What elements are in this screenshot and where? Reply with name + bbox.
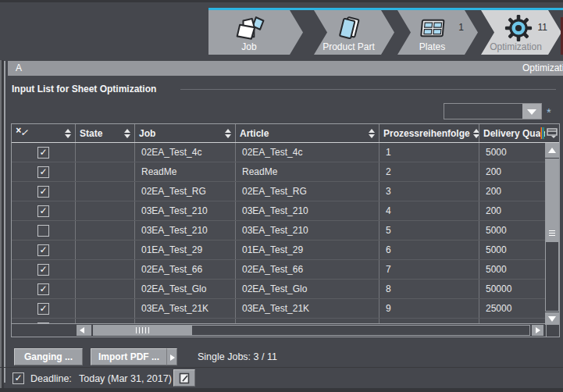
top-border-strip [0,0,563,2]
column-chooser-icon [547,128,558,138]
cell-article: 01EA_Test_29 [236,241,379,259]
cell-state [76,299,135,318]
cell-job: 02EA_Test_4c [135,143,236,162]
row-checkbox[interactable]: ✓ [37,264,49,276]
cell-delivery-quantity: 5000 [479,260,545,279]
cell-prozessreihenfolge: 2 [379,162,479,181]
import-pdf-button[interactable]: Import PDF ... [91,348,167,365]
cell-prozessreihenfolge: 1 [379,143,479,162]
table-row[interactable]: ✓ 02EA_Test_4c 02EA_Test_4c 1 5000 [12,143,545,162]
vertical-scrollbar[interactable] [545,143,559,325]
cell-prozessreihenfolge: 6 [379,241,479,259]
row-checkbox[interactable]: ✓ [37,166,49,178]
row-checkbox[interactable] [37,225,49,237]
cell-job: 03EA_Test_210 [135,201,236,220]
cell-article: ReadMe [236,162,379,181]
cell-state [76,182,135,201]
cell-job: 02EA_Test_66 [135,260,236,279]
row-checkbox-cell: ✓ [12,182,76,201]
edit-deadline-button[interactable] [173,369,195,387]
panel-corner-label: Optimization [522,62,563,73]
cell-job: 03EA_Test_210 [135,221,236,240]
tab-plates[interactable]: 1 Plates [397,10,478,55]
sort-icon[interactable] [222,129,231,138]
table-row[interactable]: ✓ 01EA_Test_29 01EA_Test_29 6 5000 [12,241,545,260]
cell-prozessreihenfolge: 8 [379,280,479,298]
cell-article: 02EA_Test_4c [236,143,379,162]
plates-icon [397,13,467,43]
table-body: ✓ 02EA_Test_4c 02EA_Test_4c 1 5000 ✓ Rea… [12,143,545,325]
column-header-delivery-quantity[interactable]: Delivery Quan [479,124,545,142]
cell-delivery-quantity: 25000 [479,299,545,318]
horizontal-scrollbar-thumb[interactable] [93,325,192,336]
row-checkbox[interactable]: ✓ [37,303,49,315]
tab-product-part[interactable]: Product Part [314,10,394,55]
tab-product-part-label: Product Part [314,41,383,52]
row-checkbox-cell: ✓ [12,299,76,318]
cell-delivery-quantity: 5000 [479,241,545,259]
product-part-icon [314,13,383,43]
jobs-table: ×✓ State Job Article Prozessreihenfolge … [11,123,560,337]
tab-plates-label: Plates [397,41,467,52]
table-row[interactable]: ✓ 02EA_Test_Glo 02EA_Test_Glo 8 50000 [12,280,545,299]
cell-delivery-quantity: 200 [479,162,545,181]
table-row[interactable]: ✓ 02EA_Test_66 02EA_Test_66 7 5000 [12,260,545,280]
scroll-up-button[interactable] [545,143,559,158]
panel-header-bar[interactable]: A Optimization [8,61,563,76]
scroll-left-button[interactable] [77,325,91,336]
horizontal-scrollbar[interactable] [12,323,545,337]
select-all-icon: ×✓ [16,127,29,139]
tab-job[interactable]: Job [208,10,303,55]
deadline-label: Deadline: [30,373,72,384]
sort-icon[interactable] [62,129,71,138]
sort-icon[interactable] [365,129,375,138]
sort-icon[interactable] [121,129,130,138]
row-checkbox[interactable]: ✓ [37,147,49,159]
column-chooser-button[interactable] [545,124,559,143]
table-row[interactable]: ✓ 02EA_Test_RG 02EA_Test_RG 3 200 [12,182,545,201]
cell-state [76,221,135,240]
cell-prozessreihenfolge: 7 [379,260,479,279]
table-row[interactable]: ✓ 03EA_Test_210 03EA_Test_210 4 200 [12,201,545,221]
row-checkbox[interactable]: ✓ [37,186,49,198]
cell-job: 02EA_Test_RG [135,182,236,201]
cell-article: 02EA_Test_RG [236,182,379,201]
cell-job: 02EA_Test_Glo [135,280,236,298]
chevron-down-icon[interactable] [522,104,541,119]
single-jobs-status: Single Jobs: 3 / 11 [198,351,277,362]
scroll-right-button[interactable] [532,325,543,336]
ganging-button[interactable]: Ganging ... [14,348,83,365]
sort-icon[interactable] [470,129,479,138]
cell-article: 02EA_Test_Glo [236,280,379,298]
table-row[interactable]: 03EA_Test_210 03EA_Test_210 5 5000 [12,221,545,241]
row-checkbox[interactable]: ✓ [37,244,49,256]
cell-state [76,241,135,259]
vertical-scrollbar-thumb[interactable] [546,159,558,242]
cell-article: 03EA_Test_210 [236,201,379,220]
cell-prozessreihenfolge: 3 [379,182,479,201]
import-pdf-menu-arrow[interactable] [166,348,177,365]
cell-article: 02EA_Test_66 [236,260,379,279]
optimization-count: 11 [538,22,547,33]
filter-dropdown[interactable] [444,103,542,119]
left-splitter-rail[interactable] [0,60,8,392]
row-checkbox-cell: ✓ [12,143,76,162]
cell-state [76,162,135,181]
cell-prozessreihenfolge: 5 [379,221,479,240]
column-header-state[interactable]: State [76,124,135,142]
column-header-job[interactable]: Job [135,124,236,142]
row-checkbox[interactable]: ✓ [37,283,49,295]
table-row[interactable]: ✓ 03EA_Test_21K 03EA_Test_21K 9 25000 [12,299,545,319]
column-header-prozessreihenfolge[interactable]: Prozessreihenfolge [379,124,479,142]
footer-divider [0,367,563,368]
deadline-checkbox[interactable]: ✓ [12,372,24,384]
column-header-select[interactable]: ×✓ [12,124,76,142]
table-row[interactable]: ✓ ReadMe ReadMe 2 200 [12,162,545,182]
row-checkbox-cell: ✓ [12,201,76,220]
scroll-down-button[interactable] [545,312,559,325]
column-header-article[interactable]: Article [236,124,379,142]
cell-delivery-quantity: 50000 [479,280,545,298]
row-checkbox[interactable]: ✓ [37,205,49,217]
tab-optimization[interactable]: 11 Optimization [481,10,561,55]
cell-delivery-quantity: 5000 [479,143,545,162]
